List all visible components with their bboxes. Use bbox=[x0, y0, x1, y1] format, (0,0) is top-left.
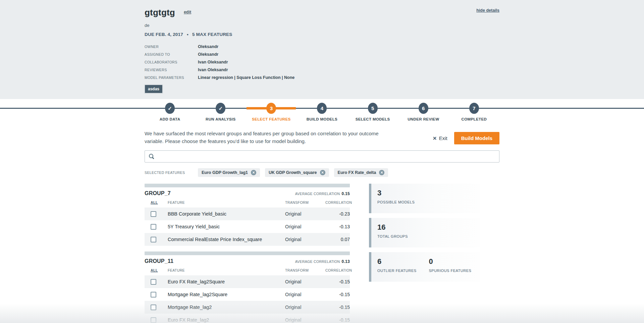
step-label: BUILD MODELS bbox=[297, 117, 347, 121]
outlier-features-label: OUTLIER FEATURES bbox=[377, 269, 429, 273]
step-label: ADD DATA bbox=[145, 117, 195, 121]
meta-value: Oleksandr bbox=[198, 52, 218, 57]
feature-checkbox[interactable] bbox=[151, 279, 156, 285]
group-name: GROUP_11 bbox=[145, 258, 173, 264]
stepper-step-select-features[interactable]: 3 SELECT FEATURES bbox=[246, 99, 297, 121]
stepper-step-add-data[interactable]: ✓ ADD DATA bbox=[145, 99, 195, 121]
stepper-step-build-models[interactable]: 4 BUILD MODELS bbox=[297, 99, 347, 121]
feature-transform: Original bbox=[285, 317, 325, 323]
total-groups-value: 16 bbox=[377, 223, 429, 232]
feature-name: BBB Corporate Yield_basic bbox=[168, 211, 285, 217]
meta-label: MODEL PARAMETERS bbox=[145, 76, 198, 80]
selected-feature-chips: Euro GDP Growth_lag1 × UK GDP Growth_squ… bbox=[198, 168, 388, 177]
feature-checkbox[interactable] bbox=[151, 211, 156, 217]
total-groups-card: 16 TOTAL GROUPS bbox=[369, 218, 480, 247]
feature-checkbox[interactable] bbox=[151, 292, 156, 297]
intro-text: We have surfaced the most relevant group… bbox=[145, 130, 393, 145]
feature-name: 5Y Treasury Yield_basic bbox=[168, 224, 285, 229]
feature-transform: Original bbox=[285, 279, 325, 284]
stepper-step-completed[interactable]: 7 COMPLETED bbox=[449, 99, 499, 121]
stepper-step-under-review[interactable]: 6 UNDER REVIEW bbox=[398, 99, 449, 121]
build-models-button[interactable]: Build Models bbox=[454, 132, 499, 144]
column-header-feature: FEATURE bbox=[168, 200, 285, 204]
step-label: RUN ANALYSIS bbox=[195, 117, 246, 121]
chip-remove-icon[interactable]: × bbox=[379, 170, 384, 175]
feature-name: Mortgage Rate_lag2Square bbox=[168, 292, 285, 297]
selected-features-label: SELECTED FEATURES bbox=[145, 171, 198, 175]
select-all-link[interactable]: ALL bbox=[151, 200, 158, 204]
chip-label: Euro FX Rate_delta bbox=[338, 170, 376, 175]
feature-checkbox[interactable] bbox=[151, 224, 156, 230]
step-label: SELECT MODELS bbox=[347, 117, 398, 121]
stat-accent-bar bbox=[369, 218, 371, 247]
page-title: gtgtgtg bbox=[145, 7, 175, 18]
feature-transform: Original bbox=[285, 224, 325, 229]
project-tag-badge[interactable]: asdas bbox=[145, 85, 163, 93]
meta-row-owner: OWNER Oleksandr bbox=[145, 43, 499, 50]
select-all-link[interactable]: ALL bbox=[151, 268, 158, 272]
step-number-icon: 4 bbox=[317, 103, 327, 114]
feature-transform: Original bbox=[285, 292, 325, 297]
average-correlation-value: 0.15 bbox=[341, 191, 350, 196]
column-header-correlation: CORRELATION bbox=[325, 200, 350, 204]
exit-button[interactable]: × Exit bbox=[433, 135, 447, 141]
feature-checkbox[interactable] bbox=[151, 305, 156, 310]
total-groups-label: TOTAL GROUPS bbox=[377, 234, 429, 238]
step-label: SELECT FEATURES bbox=[246, 117, 297, 121]
group-name: GROUP_7 bbox=[145, 190, 171, 196]
feature-checkbox[interactable] bbox=[151, 317, 156, 323]
feature-correlation: -0.15 bbox=[325, 305, 350, 310]
max-features: 5 MAX FEATURES bbox=[192, 32, 232, 37]
step-label: COMPLETED bbox=[449, 117, 499, 121]
group-scrollbar[interactable] bbox=[145, 184, 350, 187]
meta-row-collaborators: COLLABORATORS Ivan Oleksandr bbox=[145, 58, 499, 66]
chip-label: Euro GDP Growth_lag1 bbox=[202, 170, 248, 175]
stepper-step-select-models[interactable]: 5 SELECT MODELS bbox=[347, 99, 398, 121]
column-header-transform: TRANSFORM bbox=[285, 200, 325, 204]
stepper-step-run-analysis[interactable]: ✓ RUN ANALYSIS bbox=[195, 99, 246, 121]
average-correlation-value: 0.13 bbox=[341, 259, 350, 264]
due-line: DUE FEB. 4, 2017•5 MAX FEATURES bbox=[145, 32, 499, 37]
outlier-features-value: 6 bbox=[377, 257, 429, 266]
due-date: DUE FEB. 4, 2017 bbox=[145, 32, 183, 37]
summary-stats-panel: 3 POSSIBLE MODELS 16 TOTAL GROUPS bbox=[369, 184, 480, 286]
meta-value: Linear regression | Square Loss Function… bbox=[198, 75, 294, 80]
feature-group: GROUP_7 AVERAGE CORRELATION0.15 ALL FEAT… bbox=[145, 184, 350, 246]
hide-details-link[interactable]: hide details bbox=[476, 8, 499, 13]
step-done-check-icon: ✓ bbox=[165, 103, 175, 114]
group-average-correlation: AVERAGE CORRELATION0.15 bbox=[295, 191, 350, 196]
project-description: de bbox=[145, 23, 499, 28]
exit-button-label: Exit bbox=[439, 135, 447, 141]
meta-label: ASSIGNED TO bbox=[145, 52, 198, 56]
feature-name: Euro FX Rate_lag2Square bbox=[168, 279, 285, 284]
spurious-features-label: SPURIOUS FEATURES bbox=[429, 269, 481, 273]
feature-correlation: -0.13 bbox=[325, 224, 350, 229]
project-header: gtgtgtg edit hide details de DUE FEB. 4,… bbox=[0, 0, 644, 99]
feature-name: Euro FX Rate_lag2 bbox=[168, 317, 285, 323]
feature-correlation: -0.15 bbox=[325, 317, 350, 323]
meta-label: COLLABORATORS bbox=[145, 60, 198, 64]
feature-chip: Euro GDP Growth_lag1 × bbox=[198, 168, 260, 177]
table-column-headers: ALL FEATURE TRANSFORM CORRELATION bbox=[145, 268, 350, 275]
feature-search-input[interactable] bbox=[145, 150, 499, 163]
meta-label: OWNER bbox=[145, 45, 198, 49]
bullet-separator: • bbox=[187, 32, 189, 37]
possible-models-value: 3 bbox=[377, 189, 429, 197]
feature-chip: Euro FX Rate_delta × bbox=[334, 168, 388, 177]
chip-remove-icon[interactable]: × bbox=[320, 170, 325, 175]
feature-name: Mortgage Rate_lag2 bbox=[168, 305, 285, 310]
step-number-icon: 6 bbox=[419, 103, 428, 114]
chip-remove-icon[interactable]: × bbox=[251, 170, 256, 175]
chip-label: UK GDP Growth_square bbox=[269, 170, 317, 175]
feature-name: Commercial RealEstate Price Index_square bbox=[168, 237, 285, 242]
edit-link[interactable]: edit bbox=[184, 10, 191, 14]
possible-models-card: 3 POSSIBLE MODELS bbox=[369, 184, 480, 213]
feature-row: Euro FX Rate_lag2 Original -0.15 bbox=[145, 314, 350, 323]
stat-accent-bar bbox=[369, 184, 371, 213]
meta-value: Ivan Oleksandr bbox=[198, 67, 228, 72]
stat-accent-bar bbox=[369, 252, 371, 282]
feature-row: Euro FX Rate_lag2Square Original -0.15 bbox=[145, 275, 350, 288]
feature-checkbox[interactable] bbox=[151, 237, 156, 242]
group-scrollbar[interactable] bbox=[145, 251, 350, 255]
feature-correlation: 0.07 bbox=[325, 237, 350, 242]
